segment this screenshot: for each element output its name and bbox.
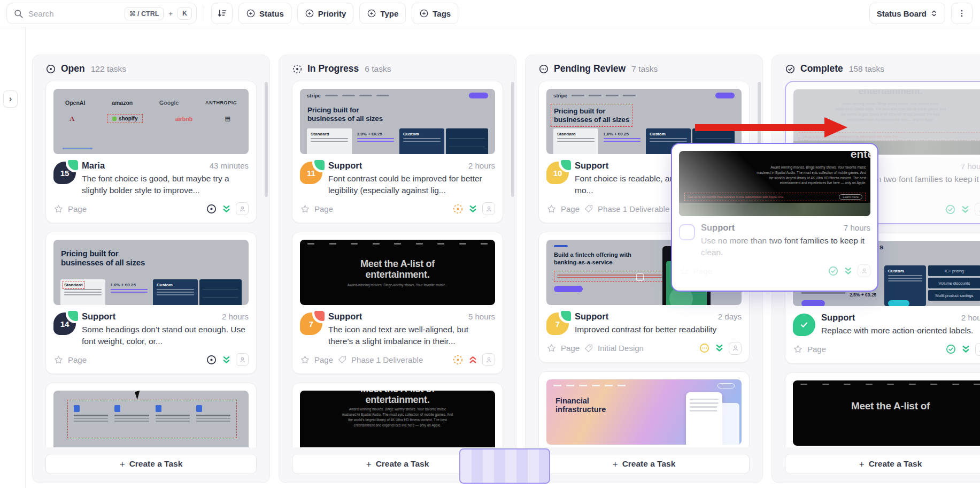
logo-anthropic: ANTHROPIC — [205, 100, 237, 105]
card-author: Maria — [82, 161, 105, 171]
priority-low-icon[interactable] — [714, 343, 724, 353]
task-card-partial[interactable]: Meet the A-list ofentertainment. Award w… — [292, 383, 503, 447]
task-card-partial[interactable]: Financialinfrastructure — [538, 371, 750, 448]
card-thumbnail-pricing-nav: stripe Pricing built forbusinesses of al… — [300, 89, 495, 154]
thumbnail-footnote — [63, 148, 92, 149]
status-open-icon[interactable] — [206, 203, 217, 215]
card-type-label: Page — [314, 355, 333, 364]
task-card-alignment[interactable]: Meet the A-list ofentertainment. Award-w… — [292, 232, 503, 374]
more-options-button[interactable] — [951, 3, 973, 24]
star-icon[interactable] — [300, 355, 310, 365]
dragged-task-card[interactable]: ente Award winning movies. Binge worthy … — [671, 143, 878, 292]
leaf-accent — [561, 160, 571, 170]
status-complete-icon[interactable] — [945, 344, 956, 355]
star-icon[interactable] — [53, 204, 64, 214]
chevron-updown-icon — [930, 10, 938, 17]
ent-title: Meet the A-list of — [300, 259, 495, 270]
filter-priority-button[interactable]: Priority — [297, 3, 354, 24]
pricing-custom: Custom — [157, 283, 173, 287]
status-in-progress-icon[interactable] — [452, 354, 464, 365]
assignee-button[interactable] — [858, 264, 870, 277]
stripe-logo: stripe — [307, 93, 321, 98]
card-time: 5 hours — [468, 312, 495, 321]
side-card — [717, 403, 739, 445]
priority-low-icon[interactable] — [961, 344, 971, 354]
priority-low-icon[interactable] — [221, 355, 232, 365]
leaf-accent — [561, 311, 571, 321]
task-card-maria[interactable]: OpenAI amazon Google ANTHROPIC A shopify… — [45, 81, 257, 223]
logo-a: A — [70, 115, 74, 123]
shortcut-k-key: K — [178, 7, 192, 20]
column-scrollbar[interactable] — [511, 82, 514, 197]
status-in-progress-icon[interactable] — [452, 203, 464, 215]
learn-more-button: Learn more — [839, 194, 862, 200]
column-pending-review-header: Pending Review 7 tasks — [526, 55, 762, 81]
view-switcher-button[interactable]: Status Board — [869, 3, 945, 24]
star-icon[interactable] — [53, 355, 64, 365]
create-task-button[interactable]: +Create a Task — [538, 454, 750, 474]
star-icon[interactable] — [546, 204, 557, 214]
comment-count-badge: 14 — [53, 312, 76, 335]
status-complete-icon[interactable] — [828, 265, 839, 277]
comment-count-badge: 11 — [300, 162, 322, 184]
search-box[interactable]: ⌘ / CTRL + K — [6, 3, 197, 24]
pricing-rate: 1.0% + €0.25 — [111, 283, 136, 287]
column-scrollbar[interactable] — [265, 82, 268, 197]
leaf-accent — [68, 311, 78, 321]
plus-circle-icon — [246, 9, 256, 18]
filter-status-button[interactable]: Status — [238, 3, 291, 24]
priority-low-icon[interactable] — [468, 204, 478, 214]
sort-button[interactable] — [211, 3, 233, 24]
logo-shopify: shopify — [107, 114, 143, 123]
cta-pill — [554, 286, 583, 292]
create-task-button[interactable]: +Create a Task — [45, 454, 257, 474]
priority-low-icon[interactable] — [843, 266, 853, 276]
view-switcher-label: Status Board — [877, 9, 927, 18]
column-open-cards: OpenAI amazon Google ANTHROPIC A shopify… — [33, 81, 269, 447]
assignee-button[interactable] — [236, 353, 249, 366]
leaf-accent — [68, 160, 78, 170]
priority-low-icon[interactable] — [960, 204, 970, 215]
pricing-custom: Custom — [888, 269, 904, 273]
fintech-logo — [554, 245, 568, 247]
filter-type-button[interactable]: Type — [359, 3, 406, 24]
create-task-button[interactable]: +Create a Task — [785, 454, 980, 474]
assignee-button[interactable] — [975, 343, 980, 356]
kebab-icon — [957, 9, 967, 18]
card-thumbnail-pricing: Pricing built forbusinesses of all sizes… — [53, 240, 249, 305]
star-icon[interactable] — [793, 344, 803, 354]
filter-tags-button[interactable]: Tags — [412, 3, 458, 24]
cta-pill — [801, 300, 825, 306]
card-author: Support — [575, 161, 608, 171]
select-checkbox[interactable] — [679, 224, 695, 240]
priority-low-icon[interactable] — [221, 204, 232, 214]
card-type-label: Page — [561, 344, 580, 353]
assignee-button[interactable] — [729, 342, 742, 355]
card-time: 43 minutes — [210, 161, 249, 170]
star-icon[interactable] — [679, 266, 689, 276]
search-input[interactable] — [28, 9, 120, 18]
leaf-accent — [314, 160, 325, 170]
logo-amazon: amazon — [112, 100, 133, 106]
task-card-contrast[interactable]: stripe Pricing built forbusinesses of al… — [292, 81, 503, 223]
assignee-button[interactable] — [975, 203, 980, 216]
task-card-headings[interactable]: Pricing built forbusinesses of all sizes… — [45, 232, 257, 374]
status-complete-icon[interactable] — [945, 204, 956, 215]
task-card-partial[interactable] — [45, 383, 257, 447]
star-icon[interactable] — [300, 204, 310, 214]
tag-icon — [584, 344, 593, 353]
expand-sidebar-button[interactable]: › — [3, 90, 18, 108]
tag-icon — [337, 355, 347, 364]
priority-high-icon[interactable] — [468, 355, 478, 365]
assignee-button[interactable] — [482, 353, 495, 366]
card-author: Support — [821, 312, 855, 323]
status-pending-icon[interactable] — [699, 342, 710, 354]
column-title: Open — [61, 63, 85, 74]
status-open-icon[interactable] — [206, 354, 217, 365]
assignee-button[interactable] — [236, 202, 249, 215]
plus-icon: + — [859, 460, 865, 469]
star-icon[interactable] — [546, 343, 557, 353]
fintech-heading: Build a fintech offering with — [554, 251, 663, 259]
assignee-button[interactable] — [482, 202, 495, 215]
task-card-partial[interactable]: Meet the A-list of — [785, 372, 980, 448]
